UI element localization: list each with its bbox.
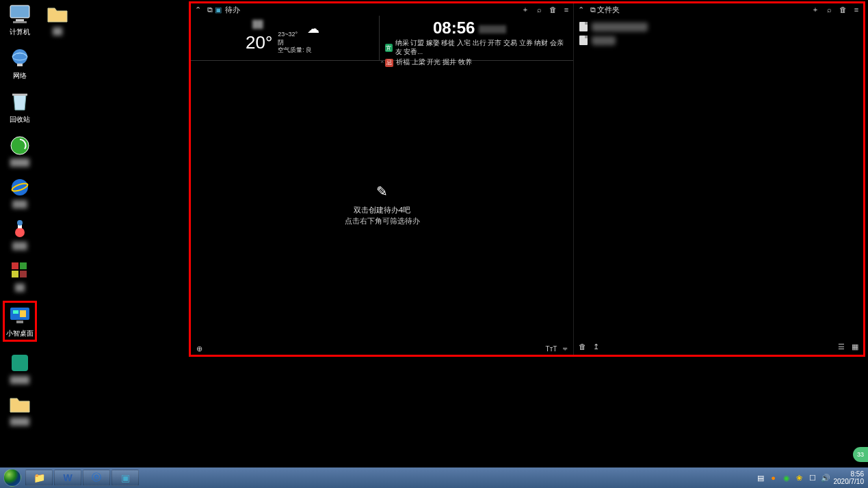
svg-rect-6 xyxy=(12,94,27,96)
folder-icon: 📁 xyxy=(34,472,45,483)
desktop-icon-recycle[interactable]: 回收站 xyxy=(3,90,37,124)
tray-icon[interactable]: ◉ xyxy=(782,473,791,483)
search-icon[interactable]: ⌕ xyxy=(535,5,543,14)
weather-aqi: 空气质量: 良 xyxy=(278,46,312,55)
svg-rect-5 xyxy=(17,64,23,66)
file-name: ██████████ xyxy=(592,23,648,31)
tray-icon[interactable]: ❀ xyxy=(795,473,804,483)
taskbar-explorer[interactable]: 📁 xyxy=(25,470,53,486)
file-item[interactable]: ██████████ xyxy=(579,20,858,33)
text-size-icon[interactable]: TтT xyxy=(547,344,555,353)
svg-point-3 xyxy=(12,49,27,64)
file-name: ████ xyxy=(592,36,616,44)
windows-icon xyxy=(3,469,21,487)
svg-rect-0 xyxy=(10,5,29,18)
pin-icon[interactable]: ⧉ xyxy=(589,5,597,14)
xiaozhi-icon xyxy=(8,304,31,327)
add-icon[interactable]: + xyxy=(811,5,819,14)
weather-cond: 阴 xyxy=(278,39,312,47)
add-icon[interactable]: + xyxy=(521,5,529,14)
weather-temp: 20° xyxy=(246,32,272,53)
up-icon[interactable]: ↥ xyxy=(592,342,600,351)
menu-icon[interactable]: ≡ xyxy=(852,5,860,14)
trash-icon[interactable]: 🗑 xyxy=(578,342,586,351)
desktop-icon-xiaozhi[interactable]: 小智桌面 xyxy=(3,301,37,342)
pin-icon[interactable]: ⧉ xyxy=(206,5,214,14)
taskbar-ie[interactable]: ⓔ xyxy=(83,470,110,486)
todo-empty-state[interactable]: ✎ 双击创建待办4吧 点击右下角可筛选待办 xyxy=(191,67,573,342)
desktop-icon-label: ██ xyxy=(53,27,62,35)
desktop-icons-col1: 计算机 网络 回收站 ████ ███ ███ ██ 小智桌面 ████ ███… xyxy=(0,0,82,435)
desktop-icon-app[interactable]: ████ xyxy=(3,134,37,166)
delete-icon[interactable]: 🗑 xyxy=(839,5,847,14)
ie-icon: ⓔ xyxy=(92,472,101,484)
delete-icon[interactable]: 🗑 xyxy=(549,5,557,14)
volume-icon[interactable]: 🔊 xyxy=(821,473,830,483)
desktop-icon-label: ████ xyxy=(10,418,29,425)
todo-footer: ⊕ TтT ⫧ xyxy=(191,342,573,355)
almanac-yi-badge: 宜 xyxy=(385,44,393,52)
grid-view-icon[interactable]: ▦ xyxy=(851,342,859,351)
folder-icon xyxy=(46,3,69,26)
todo-panel: ⌃ ⧉ ▣ 待办 + ⌕ 🗑 ≡ ██ ☁ 20° 23~32° xyxy=(191,3,573,355)
weather-widget[interactable]: ██ ☁ 20° 23~32° 阴 空气质量: 良 xyxy=(191,16,379,60)
desktop-icon-label: 小智桌面 xyxy=(6,329,34,338)
folder-icon xyxy=(8,393,31,416)
desktop-icon-app[interactable]: ████ xyxy=(3,351,37,383)
desktop-icon-folder[interactable]: ██ xyxy=(40,3,75,35)
recycle-icon xyxy=(8,90,31,113)
svg-point-12 xyxy=(17,220,23,226)
panel-title: 文件夹 xyxy=(597,5,620,15)
collapse-icon[interactable]: ⌃ xyxy=(577,5,585,14)
taskbar-word[interactable]: W xyxy=(54,470,81,486)
desktop-icons-col2: ██ xyxy=(38,0,79,44)
desktop-icon-folder[interactable]: ████ xyxy=(3,393,37,425)
collapse-info-icon[interactable]: ⌃ xyxy=(191,60,573,67)
app-icon xyxy=(8,259,31,282)
desktop-icon-computer[interactable]: 计算机 xyxy=(3,3,37,37)
cloud-icon: ☁ xyxy=(307,21,319,36)
tray-icon[interactable]: ● xyxy=(769,473,778,483)
word-icon: W xyxy=(63,472,72,483)
svg-rect-16 xyxy=(20,271,27,277)
clock-date xyxy=(479,25,506,33)
taskbar-xiaozhi[interactable]: ▣ xyxy=(111,470,139,486)
computer-icon xyxy=(8,3,31,26)
desktop-icon-app[interactable]: ██ xyxy=(3,259,37,291)
desktop-icon-label: ███ xyxy=(12,242,27,249)
tray-icon[interactable]: ▤ xyxy=(756,473,765,483)
desktop-icon-label: 计算机 xyxy=(10,27,30,37)
desktop-icon-ie[interactable]: ███ xyxy=(3,176,37,208)
app-icon xyxy=(8,351,31,375)
svg-rect-13 xyxy=(12,262,18,269)
desktop-icon-network[interactable]: 网络 xyxy=(3,46,37,81)
tray-icon[interactable]: ☐ xyxy=(808,473,817,483)
desktop-icon-label: ███ xyxy=(12,200,27,208)
desktop-icon-label: ████ xyxy=(10,159,29,166)
menu-icon[interactable]: ≡ xyxy=(562,5,570,14)
tray-time: 8:56 xyxy=(834,470,865,478)
info-row: ██ ☁ 20° 23~32° 阴 空气质量: 良 08:56 宜 xyxy=(191,16,573,61)
tray-date: 2020/7/10 xyxy=(834,478,865,485)
network-icon xyxy=(8,46,31,70)
system-tray: ▤ ● ◉ ❀ ☐ 🔊 8:56 2020/7/10 xyxy=(756,470,869,485)
todo-panel-header: ⌃ ⧉ ▣ 待办 + ⌕ 🗑 ≡ xyxy=(191,3,573,16)
start-button[interactable] xyxy=(0,467,25,488)
time-widget[interactable]: 08:56 宜 纳采 订盟 嫁娶 移徙 入宅 出行 开市 交易 立券 纳财 会亲… xyxy=(379,16,573,60)
app-icon xyxy=(8,217,31,241)
add-todo-icon[interactable]: ⊕ xyxy=(195,344,203,353)
desktop-icon-app[interactable]: ███ xyxy=(3,217,37,249)
pencil-icon: ✎ xyxy=(376,183,388,200)
empty-msg-2: 点击右下角可筛选待办 xyxy=(345,217,420,226)
tray-clock[interactable]: 8:56 2020/7/10 xyxy=(834,470,865,485)
list-view-icon[interactable]: ☰ xyxy=(837,342,845,351)
collapse-icon[interactable]: ⌃ xyxy=(194,5,202,14)
file-item[interactable]: ████ xyxy=(579,33,858,47)
svg-rect-21 xyxy=(12,355,28,371)
search-icon[interactable]: ⌕ xyxy=(825,5,833,14)
float-badge[interactable]: 33 xyxy=(853,447,868,462)
files-list: ██████████ ████ xyxy=(574,16,863,51)
filter-icon[interactable]: ⫧ xyxy=(561,344,569,353)
empty-msg-1: 双击创建待办4吧 xyxy=(354,205,410,215)
desktop-icon-label: 网络 xyxy=(13,71,27,81)
